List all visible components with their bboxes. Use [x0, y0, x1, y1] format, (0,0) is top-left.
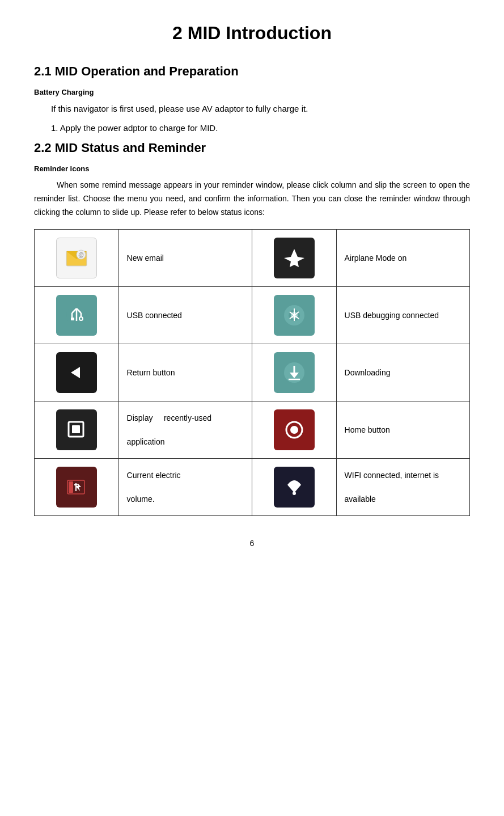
usb-icon-cell — [35, 287, 119, 344]
battery-para2: 1. Apply the power adptor to charge for … — [51, 121, 470, 135]
reminder-icons-label: Reminder icons — [34, 164, 470, 173]
section1-heading: 2.1 MID Operation and Preparation — [34, 64, 470, 79]
recent-icon-cell — [35, 401, 119, 459]
airplane-icon-cell — [252, 230, 336, 287]
usb-debug-icon-cell — [252, 287, 336, 344]
recent-apps-icon — [56, 409, 97, 450]
usb-svg — [64, 303, 89, 328]
table-row: USB connected USB debugging connected — [35, 287, 470, 344]
wifi-icon — [274, 467, 315, 508]
download-icon — [274, 352, 315, 393]
svg-point-26 — [290, 426, 298, 434]
battery-svg — [64, 475, 89, 500]
home-icon-cell — [252, 401, 336, 459]
airplane-icon — [274, 238, 315, 278]
battery-icon — [56, 467, 97, 508]
email-icon: @ — [56, 238, 97, 278]
svg-rect-24 — [72, 425, 80, 433]
new-email-label: New email — [118, 230, 252, 287]
battery-icon-cell — [35, 459, 119, 516]
airplane-mode-label: Airplane Mode on — [336, 230, 469, 287]
wifi-svg — [282, 475, 307, 500]
battery-para1: If this navigator is first used, please … — [51, 102, 470, 116]
download-svg — [282, 360, 307, 385]
table-row: @ New email Airplane Mode on — [35, 230, 470, 287]
return-icon-cell — [35, 344, 119, 401]
wifi-label: WIFI connected, internet isavailable — [336, 459, 469, 516]
svg-rect-28 — [69, 481, 73, 493]
section2-heading: 2.2 MID Status and Reminder — [34, 141, 470, 155]
status-table: @ New email Airplane Mode on — [34, 229, 470, 516]
table-row: Current electricvolume. WIFI connected, … — [35, 459, 470, 516]
wifi-icon-cell — [252, 459, 336, 516]
page-number: 6 — [34, 539, 470, 548]
home-icon — [274, 409, 315, 450]
email-svg: @ — [64, 246, 89, 270]
usb-icon — [56, 295, 97, 336]
battery-label: Current electricvolume. — [118, 459, 252, 516]
recent-svg — [64, 417, 89, 442]
reminder-body-text: When some remind message appears in your… — [34, 179, 470, 219]
return-icon — [56, 352, 97, 393]
return-svg — [64, 360, 89, 385]
email-icon-cell: @ — [35, 230, 119, 287]
usb-debug-svg — [282, 303, 307, 328]
home-button-label: Home button — [336, 401, 469, 459]
usb-connected-label: USB connected — [118, 287, 252, 344]
airplane-svg — [282, 246, 307, 270]
usb-debug-icon — [274, 295, 315, 336]
svg-point-31 — [293, 492, 296, 495]
svg-marker-18 — [71, 367, 80, 378]
table-row: Display recently-usedapplication Home bu… — [35, 401, 470, 459]
usb-debugging-label: USB debugging connected — [336, 287, 469, 344]
battery-charging-label: Battery Charging — [34, 88, 470, 96]
table-row: Return button Downloading — [35, 344, 470, 401]
recent-apps-label: Display recently-usedapplication — [118, 401, 252, 459]
svg-text:@: @ — [78, 252, 84, 258]
home-svg — [282, 417, 307, 442]
download-icon-cell — [252, 344, 336, 401]
downloading-label: Downloading — [336, 344, 469, 401]
page-title: 2 MID Introduction — [34, 23, 470, 44]
return-button-label: Return button — [118, 344, 252, 401]
